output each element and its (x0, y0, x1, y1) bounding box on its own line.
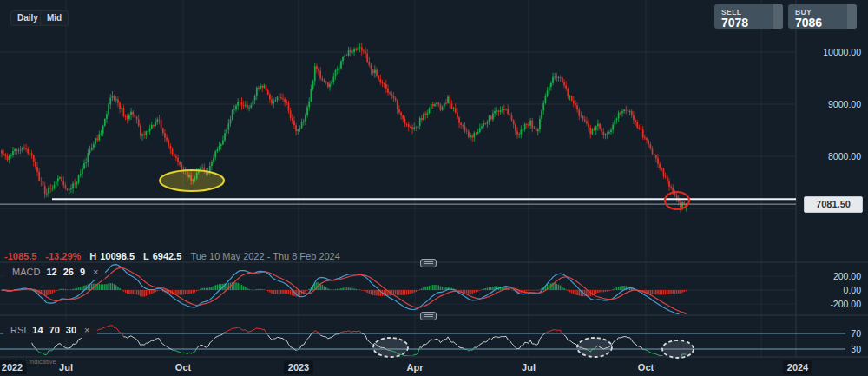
time-axis-label: 2023 (284, 360, 313, 374)
time-axis-label: Oct (638, 362, 654, 373)
yellow-highlight-ellipse (160, 170, 224, 191)
high-value: 10098.5 (100, 251, 135, 261)
time-axis-label: Oct (175, 362, 191, 373)
date-range: Tue 10 May 2022 - Thu 8 Feb 2024 (190, 251, 339, 261)
rsi-oversold-ellipse (373, 338, 408, 357)
macd-axis-label: -200.00 (799, 298, 861, 310)
low-value: 6942.5 (153, 251, 182, 261)
buy-price: 7086 (795, 16, 822, 29)
change-value: -1085.5 (4, 251, 36, 261)
high-label: H (89, 251, 96, 261)
rsi-axis-label: 70 (799, 327, 861, 340)
macd-param-slow[interactable]: 26 (63, 267, 74, 277)
sell-button[interactable]: SELL 7078 (714, 4, 783, 29)
rsi-axis-label: 30 (799, 343, 861, 355)
rsi-param-overbought[interactable]: 70 (49, 325, 60, 335)
macd-name: MACD (12, 267, 40, 277)
time-axis-label: 2022 (0, 360, 27, 374)
macd-settings-box: MACD 12 26 9 × (5, 264, 105, 280)
current-price-tag: 7081.50 (804, 196, 863, 213)
macd-close-icon[interactable]: × (93, 267, 98, 277)
change-percent: -13.29% (45, 251, 81, 261)
price-axis-label: 8000.00 (799, 150, 861, 162)
macd-axis-label: 200.00 (799, 270, 861, 282)
macd-param-fast[interactable]: 12 (46, 267, 56, 277)
rsi-settings-box: RSI 14 70 30 × (3, 322, 97, 338)
rsi-oversold-ellipse (662, 340, 694, 358)
pane-resize-handle-macd[interactable] (420, 259, 437, 267)
buy-button[interactable]: BUY 7086 (788, 4, 857, 29)
macd-axis-label: 0.00 (799, 284, 861, 296)
time-axis-label: 2024 (783, 360, 812, 374)
rsi-name: RSI (10, 325, 26, 335)
red-breakdown-ellipse (665, 192, 689, 209)
rsi-oversold-ellipse (577, 338, 612, 357)
instrument-stats-row: -1085.5 -13.29% H 10098.5 L 6942.5 Tue 1… (4, 251, 340, 261)
price-mode-mid-button[interactable]: Mid (40, 10, 69, 26)
buy-button-strip (846, 4, 857, 29)
chart-root: Daily Mid SELL 7078 BUY 7086 -1085.5 -13… (0, 0, 868, 376)
rsi-close-icon[interactable]: × (84, 325, 89, 335)
sell-button-strip (773, 4, 783, 29)
sell-price: 7078 (721, 16, 748, 29)
low-label: L (143, 251, 149, 261)
price-axis-label: 10000.00 (799, 46, 861, 58)
pane-resize-handle-rsi[interactable] (420, 312, 437, 320)
time-axis-label: Jul (522, 362, 536, 373)
rsi-param-period[interactable]: 14 (32, 325, 43, 335)
macd-param-signal[interactable]: 9 (80, 267, 85, 277)
time-axis-label: Apr (407, 362, 424, 373)
price-axis-label: 9000.00 (799, 98, 861, 110)
time-axis-label: Jul (59, 362, 73, 373)
rsi-param-oversold[interactable]: 30 (66, 325, 76, 335)
